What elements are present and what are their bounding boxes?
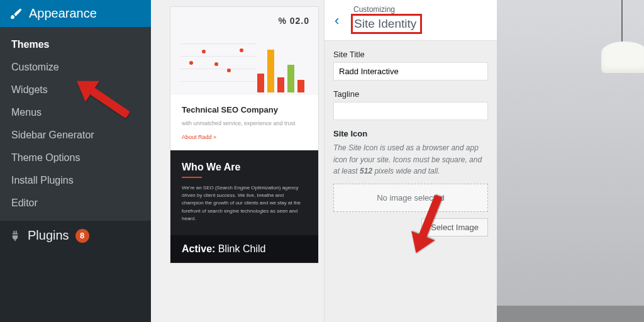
customizer-header: ‹ Customizing Site Identity bbox=[325, 0, 497, 41]
menu-appearance-label: Appearance bbox=[29, 6, 97, 21]
submenu-customize[interactable]: Customize bbox=[0, 56, 151, 79]
screenshot-link: About Radd » bbox=[182, 134, 216, 140]
menu-appearance[interactable]: Appearance bbox=[0, 0, 151, 27]
submenu-theme-opts[interactable]: Theme Options bbox=[0, 147, 151, 169]
site-icon-dropzone[interactable]: No image selected bbox=[333, 184, 488, 212]
active-theme-bar: Active: Blink Child bbox=[170, 235, 318, 263]
site-icon-description: The Site Icon is used as a browser and a… bbox=[333, 142, 488, 177]
submenu-install-plugins[interactable]: Install Plugins bbox=[0, 169, 151, 192]
screenshot-sub: with unmatched service, experience and t… bbox=[182, 119, 307, 128]
annotation-highlight-box: Site Identity bbox=[351, 14, 422, 34]
site-title-label: Site Title bbox=[333, 50, 488, 59]
screenshot-pct: % 02.0 bbox=[278, 16, 309, 26]
tagline-input[interactable] bbox=[333, 102, 488, 120]
submenu-widgets[interactable]: Widgets bbox=[0, 79, 151, 101]
site-icon-label: Site Icon bbox=[333, 129, 488, 138]
theme-preview-column: % 02.0 Technical SEO Company with unmatc… bbox=[151, 0, 324, 322]
accent-line-icon bbox=[182, 177, 202, 178]
menu-plugins-label: Plugins bbox=[28, 228, 69, 243]
theme-screenshot-mid: Technical SEO Company with unmatched ser… bbox=[170, 95, 318, 150]
theme-card[interactable]: % 02.0 Technical SEO Company with unmatc… bbox=[170, 6, 319, 264]
screenshot-who-text: We're an SEO (Search Engine Optimization… bbox=[182, 184, 307, 223]
select-image-button[interactable]: Select Image bbox=[421, 218, 488, 236]
screenshot-who-title: Who We Are bbox=[182, 162, 307, 173]
active-label: Active: bbox=[182, 243, 215, 254]
tagline-label: Tagline bbox=[333, 89, 488, 99]
active-theme-name: Blink Child bbox=[218, 243, 266, 254]
screenshot-chart-icon bbox=[180, 31, 256, 87]
plugins-update-badge: 8 bbox=[75, 229, 89, 243]
back-button[interactable]: ‹ bbox=[330, 10, 344, 31]
theme-screenshot-dark: Who We Are We're an SEO (Search Engine O… bbox=[170, 150, 318, 236]
customizer-section-title: Site Identity bbox=[354, 17, 416, 31]
plug-icon bbox=[9, 230, 21, 242]
site-icon-desc-bold: 512 bbox=[360, 167, 372, 175]
brush-icon bbox=[9, 7, 23, 21]
screenshot-title: Technical SEO Company bbox=[182, 105, 307, 114]
customizer-panel: ‹ Customizing Site Identity Site Title T… bbox=[324, 0, 497, 322]
submenu-editor[interactable]: Editor bbox=[0, 192, 151, 214]
appearance-submenu: Themes Customize Widgets Menus Sidebar G… bbox=[0, 27, 151, 221]
site-title-input[interactable] bbox=[333, 62, 488, 80]
site-icon-desc-post: pixels wide and tall. bbox=[372, 167, 440, 175]
menu-plugins[interactable]: Plugins 8 bbox=[0, 221, 151, 250]
live-preview-strip bbox=[497, 0, 644, 322]
theme-screenshot-top: % 02.0 bbox=[170, 7, 318, 95]
customizer-crumb: Customizing bbox=[353, 5, 488, 14]
admin-sidebar: Appearance Themes Customize Widgets Menu… bbox=[0, 0, 151, 322]
submenu-themes[interactable]: Themes bbox=[0, 33, 151, 56]
screenshot-bars-icon bbox=[257, 48, 304, 92]
submenu-menus[interactable]: Menus bbox=[0, 101, 151, 124]
customizer-body: Site Title Tagline Site Icon The Site Ic… bbox=[325, 41, 497, 245]
lamp-icon bbox=[594, 42, 644, 155]
submenu-sidebar-gen[interactable]: Sidebar Generator bbox=[0, 124, 151, 147]
